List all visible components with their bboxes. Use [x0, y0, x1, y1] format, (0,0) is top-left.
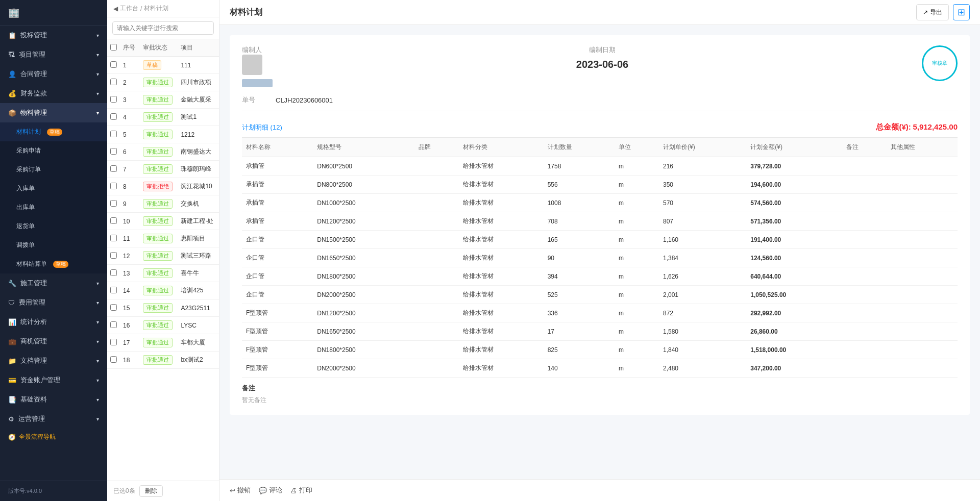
row-checkbox[interactable] — [110, 217, 117, 224]
row-project: 1212 — [178, 126, 219, 143]
sidebar-item-project[interactable]: 🏗 项目管理 ▾ — [0, 45, 107, 64]
cancel-button[interactable]: ↩ 撤销 — [230, 486, 251, 495]
cell-unit-price: 1,840 — [659, 341, 746, 359]
cell-name: 企口管 — [242, 267, 313, 286]
table-row[interactable]: 18 审批通过 bx测试2 — [107, 352, 219, 369]
table-row[interactable]: 14 审批通过 培训425 — [107, 282, 219, 299]
sidebar-item-label: 运营管理 — [18, 414, 45, 423]
row-checkbox[interactable] — [110, 96, 117, 103]
row-checkbox[interactable] — [110, 356, 117, 363]
sidebar-item-computer[interactable]: 💼 商机管理 ▾ — [0, 332, 107, 351]
export-button[interactable]: ↗ 导出 — [916, 4, 949, 20]
finance-icon: 💰 — [8, 90, 16, 97]
sidebar-item-basic[interactable]: 📑 基础资料 ▾ — [0, 390, 107, 409]
sidebar-item-finance[interactable]: 💰 财务监款 ▾ — [0, 84, 107, 103]
sidebar-item-inbound[interactable]: 入库单 — [0, 179, 107, 198]
sidebar-item-construction[interactable]: 🔧 施工管理 ▾ — [0, 273, 107, 293]
sidebar-item-settlement[interactable]: 材料结算单 草稿 — [0, 255, 107, 273]
row-checkbox[interactable] — [110, 200, 117, 207]
table-row[interactable]: 13 审批通过 喜牛牛 — [107, 265, 219, 282]
collapse-icon[interactable]: ◀ — [113, 5, 118, 12]
sidebar-item-return[interactable]: 退货单 — [0, 217, 107, 236]
sidebar-item-transfer[interactable]: 调拨单 — [0, 236, 107, 255]
cell-name: 承插管 — [242, 176, 313, 194]
row-checkbox[interactable] — [110, 287, 117, 293]
sidebar-subitem-label: 退货单 — [16, 222, 35, 231]
cancel-icon: ↩ — [230, 487, 235, 494]
nav-guide[interactable]: 🧭 全景流程导航 — [0, 429, 107, 445]
cell-amount: 640,644.00 — [746, 267, 842, 286]
delete-button[interactable]: 删除 — [139, 485, 163, 497]
date-section: 编制日期 2023-06-06 — [283, 45, 922, 70]
row-checkbox[interactable] — [110, 321, 117, 328]
cell-amount: 571,356.00 — [746, 212, 842, 231]
row-checkbox[interactable] — [110, 252, 117, 259]
detail-row: 企口管 DN2000*2500 给排水管材 525 m 2,001 1,050,… — [242, 286, 958, 304]
sidebar-footer: 版本号:v4.0.0 — [0, 481, 107, 501]
sidebar-item-tender[interactable]: 📋 投标管理 ▾ — [0, 26, 107, 45]
row-checkbox[interactable] — [110, 148, 117, 155]
sidebar-item-statistics[interactable]: 📊 统计分析 ▾ — [0, 312, 107, 332]
detail-col-header: 材料名称 — [242, 138, 313, 157]
compass-icon: 🧭 — [8, 434, 16, 441]
cell-amount: 574,560.00 — [746, 194, 842, 212]
table-row[interactable]: 4 审批通过 测试1 — [107, 109, 219, 126]
table-row[interactable]: 6 审批通过 南钢盛达大 — [107, 143, 219, 161]
row-project: LYSC — [178, 317, 219, 334]
cost-icon: 🛡 — [8, 299, 15, 307]
info-card: 编制人 编制日期 2023-06-06 审核章 单号 CLJH202306060… — [230, 35, 970, 415]
sidebar-item-account[interactable]: 💳 资金账户管理 ▾ — [0, 370, 107, 390]
sidebar-item-material-plan[interactable]: 材料计划 草稿 — [0, 122, 107, 141]
table-row[interactable]: 8 审批拒绝 滨江花城10 — [107, 178, 219, 195]
table-row[interactable]: 16 审批通过 LYSC — [107, 317, 219, 334]
table-row[interactable]: 5 审批通过 1212 — [107, 126, 219, 143]
sidebar-item-purchase-apply[interactable]: 采购申请 — [0, 141, 107, 160]
table-row[interactable]: 9 审批通过 交换机 — [107, 195, 219, 213]
cell-brand — [414, 286, 459, 304]
row-project: 珠穆朗玛峰 — [178, 161, 219, 178]
row-checkbox[interactable] — [110, 269, 117, 276]
row-checkbox[interactable] — [110, 61, 117, 68]
main-content: 材料计划 ↗ 导出 ⊞ 编制人 — [219, 0, 980, 501]
cell-amount: 1,518,000.00 — [746, 341, 842, 359]
row-checkbox[interactable] — [110, 339, 117, 345]
print-button[interactable]: 🖨 打印 — [290, 486, 312, 495]
sidebar-item-contract[interactable]: 👤 合同管理 ▾ — [0, 64, 107, 84]
table-row[interactable]: 17 审批通过 车都大厦 — [107, 334, 219, 352]
table-row[interactable]: 12 审批通过 测试三环路 — [107, 247, 219, 265]
table-row[interactable]: 1 草稿 111 — [107, 57, 219, 74]
plan-title: 计划明细 (12) — [242, 123, 282, 132]
row-checkbox[interactable] — [110, 113, 117, 120]
cell-spec: DN1800*2500 — [313, 341, 414, 359]
row-project: 测试1 — [178, 109, 219, 126]
row-checkbox[interactable] — [110, 79, 117, 85]
table-row[interactable]: 15 审批通过 A23G2511 — [107, 299, 219, 317]
row-id: 14 — [120, 282, 140, 299]
sidebar-item-cost[interactable]: 🛡 费用管理 ▾ — [0, 293, 107, 312]
sidebar-item-material[interactable]: 📦 物料管理 ▾ — [0, 103, 107, 122]
row-checkbox[interactable] — [110, 131, 117, 137]
select-all-checkbox[interactable] — [110, 44, 117, 51]
cell-unit: m — [615, 304, 659, 322]
row-checkbox[interactable] — [110, 183, 117, 189]
table-row[interactable]: 3 审批通过 金融大厦采 — [107, 91, 219, 109]
table-row[interactable]: 7 审批通过 珠穆朗玛峰 — [107, 161, 219, 178]
table-row[interactable]: 10 审批通过 新建工程·处 — [107, 213, 219, 230]
sidebar-item-outbound[interactable]: 出库单 — [0, 198, 107, 217]
cell-unit-price: 216 — [659, 157, 746, 176]
table-row[interactable]: 11 审批通过 惠阳项目 — [107, 230, 219, 247]
row-checkbox[interactable] — [110, 235, 117, 241]
comment-button[interactable]: 💬 评论 — [259, 486, 282, 495]
sidebar-item-label: 投标管理 — [20, 31, 47, 40]
avatar — [242, 55, 262, 75]
sidebar-item-system[interactable]: ⚙ 运营管理 ▾ — [0, 409, 107, 429]
qr-button[interactable]: ⊞ — [953, 4, 970, 20]
sidebar-item-purchase-order[interactable]: 采购订单 — [0, 160, 107, 179]
row-checkbox[interactable] — [110, 304, 117, 311]
row-checkbox[interactable] — [110, 165, 117, 172]
detail-row: 承插管 DN1200*2500 给排水管材 708 m 807 571,356.… — [242, 212, 958, 231]
cell-amount: 1,050,525.00 — [746, 286, 842, 304]
table-row[interactable]: 2 审批通过 四川市政项 — [107, 74, 219, 91]
sidebar-item-document[interactable]: 📁 文档管理 ▾ — [0, 351, 107, 370]
search-input[interactable] — [112, 21, 214, 35]
